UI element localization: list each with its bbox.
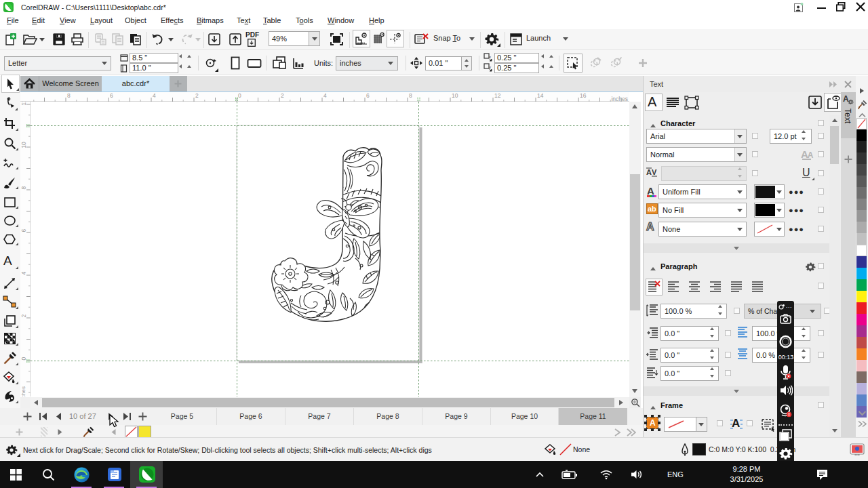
svg-text:0: 0 [238,92,241,99]
svg-text:6: 6 [366,92,370,99]
svg-text:V: V [652,168,657,176]
svg-text:10: 10 [452,92,458,99]
svg-text:2: 2 [20,314,27,317]
svg-text:4: 4 [153,92,156,99]
svg-text:10: 10 [20,142,27,148]
svg-text:4: 4 [323,92,327,99]
svg-text:8: 8 [20,186,27,189]
svg-text:14: 14 [537,92,544,99]
svg-text:x: x [489,55,491,59]
svg-text:2: 2 [281,92,284,99]
svg-text:8: 8 [67,92,71,99]
svg-text:4: 4 [20,271,27,274]
svg-text:inches: inches [611,96,628,102]
svg-text:8: 8 [409,92,412,99]
svg-text:16: 16 [580,92,587,99]
svg-text:6: 6 [20,228,27,232]
svg-text:inches: inches [20,386,26,396]
svg-text:y: y [489,65,491,69]
svg-text:2: 2 [195,92,199,99]
svg-text:A: A [646,168,652,176]
svg-text:0: 0 [20,357,27,360]
svg-text:12: 12 [494,92,501,99]
svg-text:12: 12 [20,102,27,106]
svg-text:6: 6 [110,92,113,99]
